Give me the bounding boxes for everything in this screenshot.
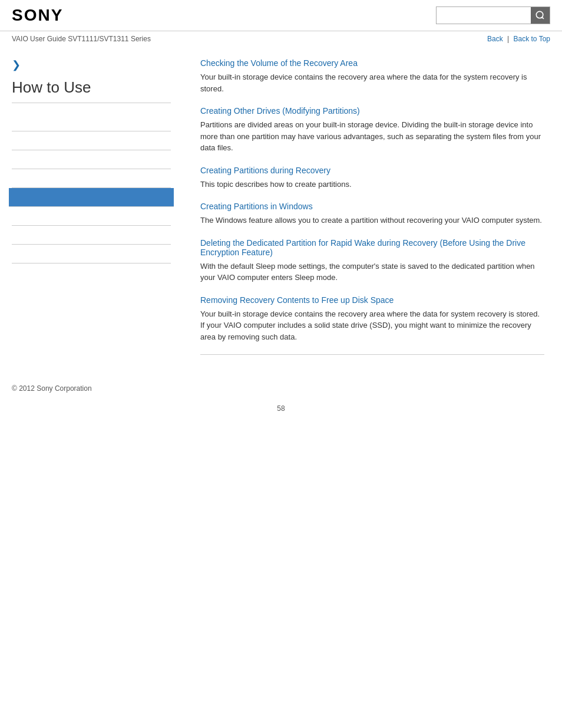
content-section-3: Creating Partitions in Windows The Windo… (200, 202, 544, 226)
section-body-2: This topic describes how to create parti… (200, 179, 544, 190)
section-title-4[interactable]: Deleting the Dedicated Partition for Rap… (200, 238, 544, 257)
content-section-2: Creating Partitions during Recovery This… (200, 166, 544, 190)
content-divider (200, 354, 544, 355)
section-title-3[interactable]: Creating Partitions in Windows (200, 202, 544, 211)
sidebar-title: How to Use (12, 78, 171, 103)
content-section-1: Creating Other Drives (Modifying Partiti… (200, 106, 544, 154)
section-title-0[interactable]: Checking the Volume of the Recovery Area (200, 58, 544, 68)
section-title-5[interactable]: Removing Recovery Contents to Free up Di… (200, 295, 544, 305)
sidebar-item-2[interactable] (12, 150, 171, 169)
main-layout: ❯ How to Use Checking the Volume of the … (0, 47, 562, 367)
sidebar-chevron[interactable]: ❯ (12, 58, 171, 71)
sony-logo: SONY (12, 6, 63, 25)
sidebar-item-0[interactable] (12, 113, 171, 131)
guide-title: VAIO User Guide SVT1111/SVT1311 Series (12, 35, 151, 43)
nav-bar: VAIO User Guide SVT1111/SVT1311 Series B… (0, 31, 562, 47)
search-icon (535, 11, 545, 20)
section-body-3: The Windows feature allows you to create… (200, 215, 544, 226)
content-section-5: Removing Recovery Contents to Free up Di… (200, 295, 544, 343)
search-box (436, 6, 550, 24)
back-to-top-link[interactable]: Back to Top (514, 35, 550, 43)
nav-links: Back | Back to Top (487, 35, 550, 43)
content-area: Checking the Volume of the Recovery Area… (183, 47, 562, 367)
sidebar-item-1[interactable] (12, 131, 171, 150)
copyright-text: © 2012 Sony Corporation (12, 384, 92, 393)
search-button[interactable] (531, 7, 550, 24)
sidebar-item-6[interactable] (12, 226, 171, 245)
sidebar: ❯ How to Use (0, 47, 183, 367)
page-footer: © 2012 Sony Corporation (0, 367, 562, 398)
section-title-1[interactable]: Creating Other Drives (Modifying Partiti… (200, 106, 544, 116)
sidebar-item-5[interactable] (12, 207, 171, 226)
sidebar-item-4[interactable] (9, 188, 174, 207)
section-title-2[interactable]: Creating Partitions during Recovery (200, 166, 544, 175)
section-body-1: Partitions are divided areas on your bui… (200, 119, 544, 154)
sidebar-item-7[interactable] (12, 245, 171, 263)
back-link[interactable]: Back (487, 35, 503, 43)
section-body-4: With the default Sleep mode settings, th… (200, 261, 544, 284)
content-section-4: Deleting the Dedicated Partition for Rap… (200, 238, 544, 284)
section-body-5: Your built-in storage device contains th… (200, 308, 544, 343)
content-section-0: Checking the Volume of the Recovery Area… (200, 58, 544, 94)
page-header: SONY (0, 0, 562, 31)
nav-separator: | (507, 35, 509, 43)
section-body-0: Your built-in storage device contains th… (200, 71, 544, 94)
page-number: 58 (0, 398, 562, 424)
sidebar-item-3[interactable] (12, 169, 171, 188)
search-input[interactable] (437, 7, 531, 24)
